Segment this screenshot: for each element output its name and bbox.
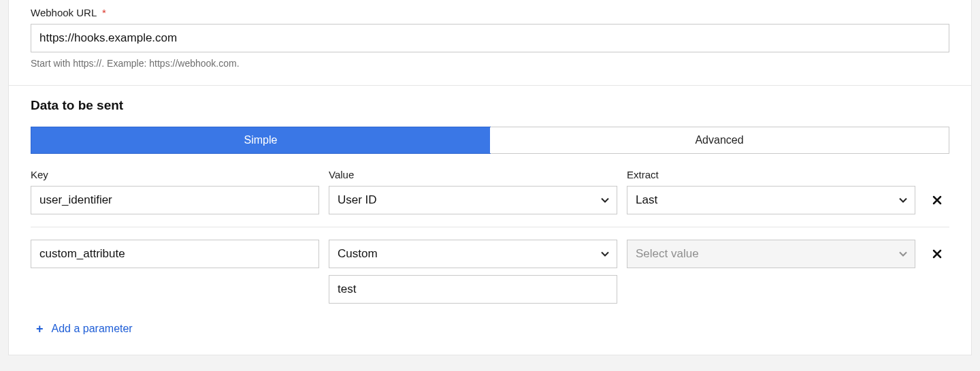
close-icon bbox=[932, 249, 942, 259]
plus-icon: + bbox=[36, 323, 44, 335]
param-value-selected: Custom bbox=[338, 247, 378, 261]
close-icon bbox=[932, 195, 942, 205]
param-custom-value-input[interactable] bbox=[329, 275, 617, 304]
webhook-url-label-text: Webhook URL bbox=[31, 7, 97, 18]
param-extract-selected: Select value bbox=[636, 247, 699, 261]
param-extract-select: Select value bbox=[627, 240, 915, 268]
param-key-input[interactable] bbox=[31, 186, 319, 214]
remove-param-button[interactable] bbox=[925, 240, 949, 268]
param-row: User ID Last bbox=[31, 186, 949, 214]
webhook-url-label: Webhook URL * bbox=[31, 7, 949, 18]
param-extract-select-wrap: Last bbox=[627, 186, 915, 214]
webhook-config-panel: Webhook URL * Start with https://. Examp… bbox=[8, 0, 972, 355]
mode-tabbar: Simple Advanced bbox=[31, 127, 949, 154]
param-key-input[interactable] bbox=[31, 240, 319, 268]
param-value-select-wrap: Custom bbox=[329, 240, 617, 268]
param-value-selected: User ID bbox=[338, 193, 377, 207]
param-extract-select[interactable]: Last bbox=[627, 186, 915, 214]
col-header-key: Key bbox=[31, 169, 319, 180]
remove-param-button[interactable] bbox=[925, 186, 949, 214]
add-parameter-label: Add a parameter bbox=[52, 323, 133, 335]
add-parameter-button[interactable]: + Add a parameter bbox=[36, 323, 133, 335]
col-header-extract: Extract bbox=[627, 169, 915, 180]
param-column-headers: Key Value Extract bbox=[31, 169, 949, 186]
tab-simple[interactable]: Simple bbox=[31, 127, 491, 154]
tab-advanced-label: Advanced bbox=[695, 134, 743, 146]
webhook-url-input[interactable] bbox=[31, 24, 949, 52]
webhook-url-help-text: Start with https://. Example: https://we… bbox=[31, 58, 949, 69]
data-to-be-sent-section: Data to be sent Simple Advanced Key Valu… bbox=[9, 86, 971, 355]
tab-simple-label: Simple bbox=[244, 134, 278, 146]
webhook-url-section: Webhook URL * Start with https://. Examp… bbox=[9, 0, 971, 85]
required-asterisk: * bbox=[102, 7, 106, 18]
param-extract-select-wrap: Select value bbox=[627, 240, 915, 268]
param-extract-selected: Last bbox=[636, 193, 657, 207]
data-section-heading: Data to be sent bbox=[31, 98, 949, 113]
tab-advanced[interactable]: Advanced bbox=[490, 127, 949, 153]
param-value-col: Custom bbox=[329, 240, 617, 304]
param-row: Custom Select value bbox=[31, 240, 949, 304]
param-value-select[interactable]: Custom bbox=[329, 240, 617, 268]
col-header-value: Value bbox=[329, 169, 617, 180]
param-value-select-wrap: User ID bbox=[329, 186, 617, 214]
param-value-select[interactable]: User ID bbox=[329, 186, 617, 214]
param-row-divider bbox=[31, 227, 949, 227]
